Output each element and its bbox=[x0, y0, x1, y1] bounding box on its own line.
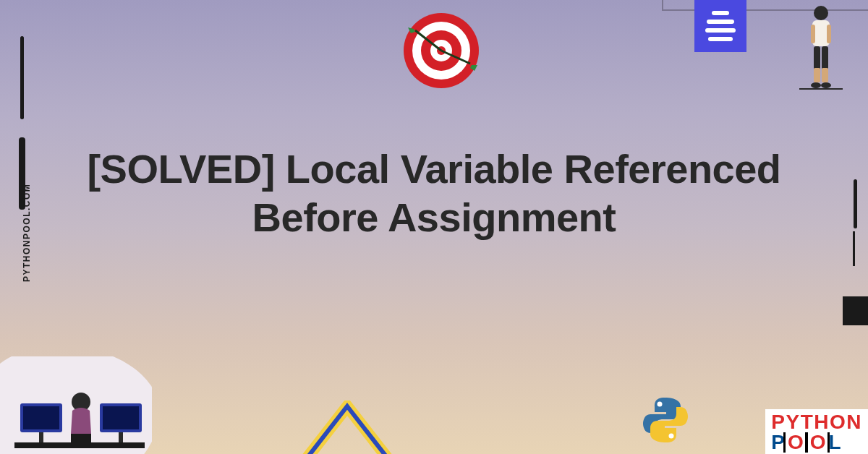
brand-line-1: PYTHON bbox=[771, 412, 862, 432]
svg-rect-28 bbox=[71, 434, 91, 442]
svg-point-7 bbox=[814, 6, 828, 20]
brand-logo: PYTHON P O O L bbox=[765, 409, 868, 454]
svg-rect-14 bbox=[822, 68, 828, 82]
vertical-decoration-right-2 bbox=[853, 231, 855, 266]
svg-rect-23 bbox=[39, 432, 43, 442]
page-title: [SOLVED] Local Variable Referenced Befor… bbox=[87, 145, 781, 241]
svg-rect-20 bbox=[14, 442, 145, 448]
standing-person-icon bbox=[799, 4, 843, 93]
svg-rect-13 bbox=[814, 68, 820, 82]
triangle-icon bbox=[289, 401, 405, 454]
python-logo-icon bbox=[640, 395, 691, 448]
brand-line-2: P O O L bbox=[771, 432, 862, 453]
svg-rect-25 bbox=[103, 406, 139, 429]
vertical-decoration-right-1 bbox=[854, 179, 857, 228]
vertical-decoration-1 bbox=[20, 36, 24, 119]
svg-rect-26 bbox=[119, 432, 123, 442]
svg-point-19 bbox=[669, 434, 674, 439]
site-url-watermark: PYTHONPOOL.COM bbox=[22, 184, 32, 282]
svg-rect-22 bbox=[23, 406, 59, 429]
target-icon bbox=[398, 7, 485, 97]
svg-rect-10 bbox=[827, 25, 831, 43]
workspace-illustration bbox=[0, 356, 152, 454]
svg-rect-12 bbox=[822, 46, 828, 69]
svg-rect-9 bbox=[811, 25, 815, 43]
svg-point-16 bbox=[821, 82, 831, 88]
svg-rect-11 bbox=[814, 46, 820, 69]
svg-point-18 bbox=[658, 402, 663, 407]
svg-point-15 bbox=[811, 82, 821, 88]
black-square-decoration bbox=[843, 296, 868, 325]
menu-icon bbox=[694, 0, 746, 52]
